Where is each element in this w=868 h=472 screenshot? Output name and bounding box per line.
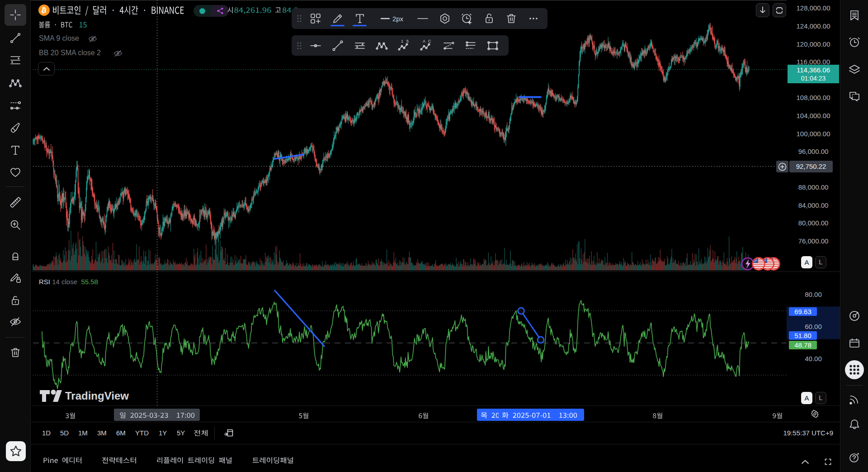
svg-text:A: A: [423, 39, 425, 43]
svg-text:5: 5: [406, 39, 409, 43]
svg-text:1: 1: [401, 39, 403, 43]
svg-text:C: C: [428, 39, 431, 43]
